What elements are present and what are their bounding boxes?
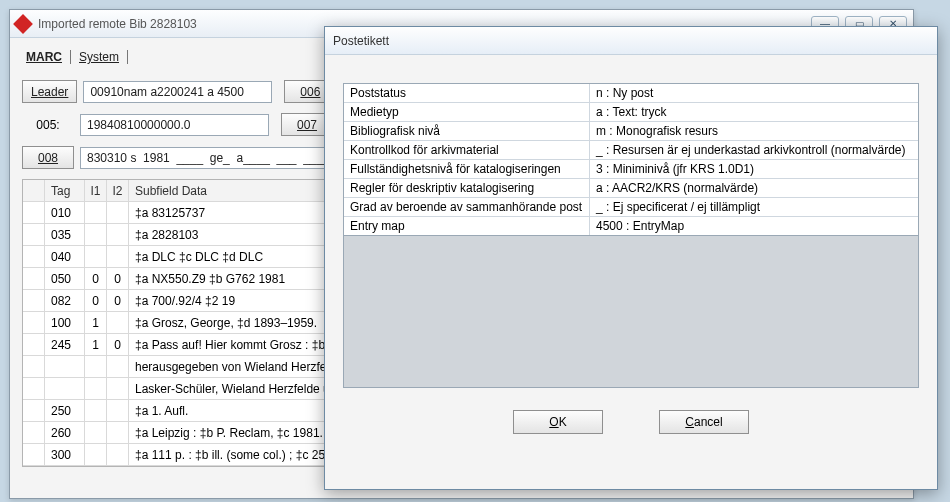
cell-i1: 1	[85, 312, 107, 333]
cell-i2: 0	[107, 290, 129, 311]
property-value: a : AACR2/KRS (normalvärde)	[590, 179, 918, 197]
cell-i2	[107, 246, 129, 267]
col-tag: Tag	[45, 180, 85, 201]
col-i2: I2	[107, 180, 129, 201]
property-value: _ : Ej specificerat / ej tillämpligt	[590, 198, 918, 216]
cell-i1: 0	[85, 290, 107, 311]
dialog-titlebar: Postetikett	[325, 27, 937, 55]
property-key: Grad av beroende av sammanhörande post	[344, 198, 590, 216]
tab-separator	[127, 50, 128, 64]
cell-tag	[45, 378, 85, 399]
cell-i1	[85, 422, 107, 443]
cell-i1	[85, 444, 107, 465]
property-key: Medietyp	[344, 103, 590, 121]
cell-tag: 245	[45, 334, 85, 355]
cell-i2	[107, 378, 129, 399]
label-005: 005:	[22, 118, 74, 132]
cell-tag: 100	[45, 312, 85, 333]
tab-separator	[70, 50, 71, 64]
cell-i1: 1	[85, 334, 107, 355]
cell-i2	[107, 224, 129, 245]
property-row[interactable]: Fullständighetsnivå för katalogiseringen…	[344, 160, 918, 179]
tab-marc[interactable]: MARC	[22, 48, 66, 66]
cell-tag	[45, 356, 85, 377]
property-row[interactable]: Grad av beroende av sammanhörande post_ …	[344, 198, 918, 217]
cell-i1	[85, 224, 107, 245]
leader-button[interactable]: Leader	[22, 80, 77, 103]
input-005[interactable]	[80, 114, 269, 136]
cell-i2	[107, 400, 129, 421]
cell-i2	[107, 202, 129, 223]
app-icon	[13, 14, 33, 34]
cell-i1	[85, 246, 107, 267]
property-value: m : Monografisk resurs	[590, 122, 918, 140]
property-key: Bibliografisk nivå	[344, 122, 590, 140]
property-table-filler	[344, 235, 918, 387]
property-value: a : Text: tryck	[590, 103, 918, 121]
property-row[interactable]: Medietypa : Text: tryck	[344, 103, 918, 122]
cell-i1	[85, 202, 107, 223]
cancel-button[interactable]: Cancel	[659, 410, 749, 434]
property-row[interactable]: Regler för deskriptiv katalogiseringa : …	[344, 179, 918, 198]
postetikett-dialog: Postetikett Poststatusn : Ny postMediety…	[324, 26, 938, 490]
dialog-title: Postetikett	[331, 34, 931, 48]
property-key: Fullständighetsnivå för katalogiseringen	[344, 160, 590, 178]
property-value: 4500 : EntryMap	[590, 217, 918, 235]
cell-i1	[85, 400, 107, 421]
cell-tag: 050	[45, 268, 85, 289]
cell-i2: 0	[107, 334, 129, 355]
cell-i2	[107, 356, 129, 377]
cell-tag: 300	[45, 444, 85, 465]
property-key: Entry map	[344, 217, 590, 235]
cell-tag: 260	[45, 422, 85, 443]
cell-i1	[85, 378, 107, 399]
cell-i2	[107, 444, 129, 465]
property-row[interactable]: Entry map4500 : EntryMap	[344, 217, 918, 235]
property-key: Regler för deskriptiv katalogisering	[344, 179, 590, 197]
leader-input[interactable]	[83, 81, 272, 103]
cell-tag: 035	[45, 224, 85, 245]
cell-tag: 010	[45, 202, 85, 223]
cell-tag: 250	[45, 400, 85, 421]
cell-tag: 040	[45, 246, 85, 267]
property-key: Kontrollkod för arkivmaterial	[344, 141, 590, 159]
cell-tag: 082	[45, 290, 85, 311]
col-i1: I1	[85, 180, 107, 201]
cell-i2: 0	[107, 268, 129, 289]
cell-i1	[85, 356, 107, 377]
property-row[interactable]: Poststatusn : Ny post	[344, 84, 918, 103]
btn-008[interactable]: 008	[22, 146, 74, 169]
ok-button[interactable]: OK	[513, 410, 603, 434]
cell-i2	[107, 422, 129, 443]
tab-system[interactable]: System	[75, 48, 123, 66]
property-value: _ : Resursen är ej underkastad arkivkont…	[590, 141, 918, 159]
cell-i1: 0	[85, 268, 107, 289]
property-table: Poststatusn : Ny postMedietypa : Text: t…	[343, 83, 919, 388]
property-key: Poststatus	[344, 84, 590, 102]
property-row[interactable]: Kontrollkod för arkivmaterial_ : Resurse…	[344, 141, 918, 160]
cell-i2	[107, 312, 129, 333]
property-value: n : Ny post	[590, 84, 918, 102]
property-value: 3 : Miniminivå (jfr KRS 1.0D1)	[590, 160, 918, 178]
property-row[interactable]: Bibliografisk nivåm : Monografisk resurs	[344, 122, 918, 141]
